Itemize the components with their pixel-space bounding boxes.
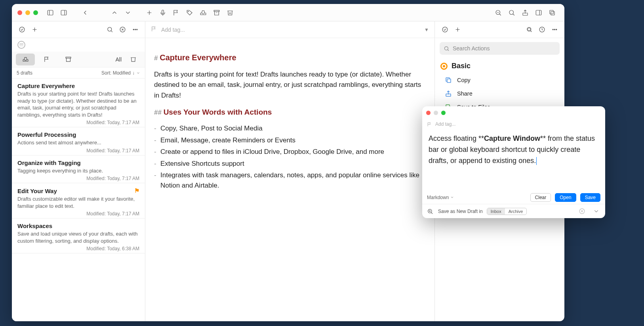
editor-tag-bar: Add tag... ▼ [145, 21, 434, 38]
search-button[interactable] [506, 7, 517, 18]
svg-point-31 [136, 29, 137, 30]
draft-item[interactable]: Workspaces Save and load unique views of… [12, 219, 145, 253]
action-label: Share [457, 90, 473, 97]
capture-cancel-icon[interactable] [577, 206, 587, 217]
tag-dropdown-button[interactable]: ▼ [424, 27, 429, 33]
draft-title: Capture Everywhere [17, 82, 75, 89]
tag-flag-icon[interactable] [151, 26, 157, 34]
draft-modified: Modified: Today, 7:17 AM [17, 176, 139, 181]
action-item[interactable]: Share [435, 87, 564, 100]
actions-menu-button[interactable] [440, 25, 450, 35]
back-button[interactable] [80, 7, 91, 18]
group-bullet-icon [440, 63, 448, 70]
tag-button[interactable] [184, 7, 195, 18]
syntax-selector[interactable]: Markdown [427, 195, 454, 200]
capture-header [422, 106, 605, 119]
sort-button[interactable]: Sort: Modified ↓ [101, 70, 140, 76]
sidebar-top-bar [12, 21, 145, 38]
capture-maximize-button[interactable] [441, 111, 446, 115]
draft-preview: Drafts is your starting point for text! … [17, 90, 139, 118]
filter-all-button[interactable]: All [115, 56, 122, 63]
zoom-out-button[interactable] [493, 7, 504, 18]
close-window-button[interactable] [17, 10, 22, 15]
svg-line-25 [111, 31, 112, 32]
svg-point-33 [442, 27, 448, 32]
prev-draft-button[interactable] [109, 7, 120, 18]
inbox-button[interactable] [198, 7, 209, 18]
save-button[interactable]: Save [580, 193, 600, 202]
new-draft-sidebar-button[interactable] [29, 25, 40, 35]
draft-item[interactable]: Organize with Tagging Tagging keeps ever… [12, 155, 145, 184]
seg-archive[interactable]: Archive [505, 208, 527, 215]
open-button[interactable]: Open [555, 193, 576, 202]
toggle-right-panel-button[interactable] [58, 7, 69, 18]
text-cursor [536, 157, 537, 165]
filter-archive-button[interactable] [59, 54, 78, 65]
draft-title: Powerful Processing [17, 131, 76, 138]
draft-modified: Modified: Today, 7:17 AM [17, 148, 139, 153]
draft-item[interactable]: Edit Your Way⚑ Drafts customizable edito… [12, 183, 145, 219]
actions-group-header[interactable]: Basic [435, 59, 564, 73]
action-label: Copy [457, 77, 471, 83]
copy-icon [444, 76, 452, 84]
flag-button[interactable] [171, 7, 182, 18]
workspace-indicator-icon[interactable] [17, 41, 25, 49]
svg-point-43 [445, 46, 448, 50]
capture-editor[interactable]: Access floating **Capture Window** from … [422, 129, 605, 191]
bullet-line: - Email, Message, create Reminders or Ev… [154, 135, 426, 146]
svg-rect-32 [66, 57, 71, 58]
new-action-button[interactable] [452, 25, 463, 35]
svg-point-37 [528, 28, 530, 31]
draft-item[interactable]: Capture Everywhere Drafts is your starti… [12, 79, 145, 127]
sidebar-more-button[interactable] [130, 25, 140, 35]
destination-segment[interactable]: Inbox Archive [487, 208, 527, 215]
capture-flag-icon[interactable] [427, 122, 432, 127]
svg-point-40 [553, 29, 553, 30]
capture-dropdown-button[interactable] [591, 206, 601, 217]
archive-button[interactable] [211, 7, 222, 18]
actions-more-button[interactable] [549, 25, 560, 35]
bullet-line: - Copy, Share, Post to Social Media [154, 123, 426, 134]
capture-close-button[interactable] [426, 111, 431, 115]
next-draft-button[interactable] [122, 7, 133, 18]
actions-history-button[interactable] [537, 25, 547, 35]
sidebar-clear-button[interactable] [117, 25, 128, 35]
action-item[interactable]: Copy [435, 73, 564, 87]
share-icon [444, 90, 452, 98]
capture-tag-bar: Add tag... [422, 119, 605, 129]
capture-window: Add tag... Access floating **Capture Win… [422, 106, 605, 218]
draft-item[interactable]: Powerful Processing Actions send text al… [12, 127, 145, 155]
actions-search-input[interactable]: Search Actions [440, 42, 560, 55]
capture-zoom-button[interactable] [426, 207, 434, 215]
filter-trash-button[interactable] [128, 54, 139, 65]
share-button[interactable] [520, 7, 531, 18]
group-name-label: Basic [452, 62, 471, 70]
filter-flagged-button[interactable] [37, 54, 56, 65]
maximize-window-button[interactable] [33, 10, 38, 15]
svg-rect-17 [536, 10, 541, 15]
svg-point-42 [556, 29, 556, 30]
svg-rect-19 [550, 10, 553, 14]
add-tag-input[interactable]: Add tag... [161, 27, 420, 33]
new-draft-button[interactable] [144, 7, 155, 18]
draft-list: Capture Everywhere Drafts is your starti… [12, 79, 145, 321]
workspaces-menu-button[interactable] [17, 25, 27, 35]
seg-inbox[interactable]: Inbox [487, 208, 505, 215]
toggle-actions-panel-button[interactable] [533, 7, 544, 18]
save-as-label: Save as New Draft in [438, 209, 483, 214]
dictate-button[interactable] [157, 7, 168, 18]
filter-inbox-button[interactable] [16, 54, 35, 65]
editor-body[interactable]: # Capture Everywhere Drafts is your star… [145, 38, 434, 321]
sidebar-search-button[interactable] [105, 25, 115, 35]
capture-add-tag-input[interactable]: Add tag... [435, 121, 455, 127]
minimize-window-button[interactable] [25, 10, 30, 15]
trash-button[interactable] [225, 7, 236, 18]
clear-button[interactable]: Clear [530, 193, 551, 202]
toolbar [12, 4, 564, 21]
new-window-button[interactable] [547, 7, 558, 18]
svg-point-14 [509, 10, 514, 15]
editor-column: Add tag... ▼ # Capture Everywhere Drafts… [145, 21, 434, 321]
actions-search-toggle[interactable] [524, 25, 534, 35]
toggle-left-panel-button[interactable] [45, 7, 56, 18]
draft-modified: Modified: Today, 7:17 AM [17, 211, 139, 217]
